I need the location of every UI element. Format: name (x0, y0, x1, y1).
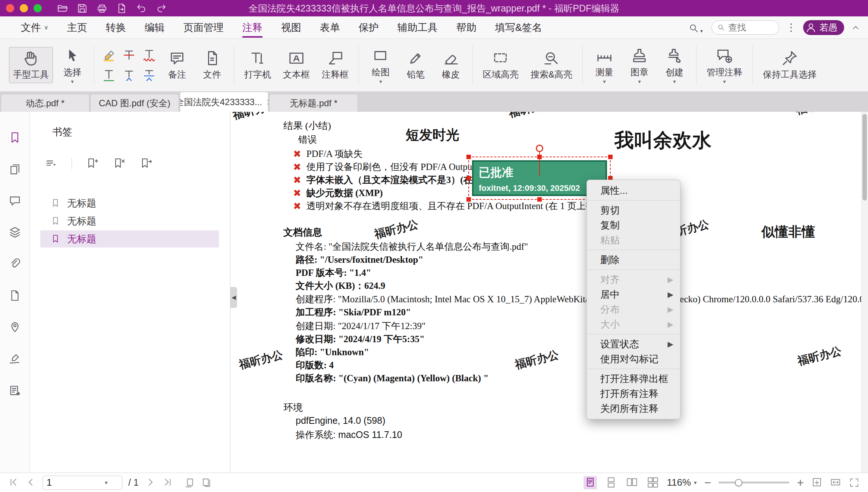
measure-button[interactable]: 测量 ▾ (589, 45, 620, 86)
replace-text-tool-button[interactable] (142, 68, 156, 82)
menu-view[interactable]: 视图 (281, 16, 301, 38)
doc-tab-4[interactable]: 无标题.pdf * (269, 94, 358, 112)
fields-panel-icon[interactable] (9, 385, 21, 397)
zoom-slider[interactable] (718, 482, 789, 483)
context-item-center[interactable]: 居中▶ (587, 287, 680, 302)
context-item-close-all-notes[interactable]: 关闭所有注释 (587, 401, 680, 416)
user-account-button[interactable]: 若愚 (803, 20, 844, 35)
manage-comments-button[interactable]: 管理注释 ▾ (702, 45, 746, 86)
open-file-icon[interactable] (57, 3, 68, 14)
comments-panel-icon[interactable] (9, 195, 21, 207)
menu-fill-sign[interactable]: 填写&签名 (495, 16, 542, 38)
doc-tab-3-active[interactable]: 全国法院失4233333...× (180, 92, 268, 112)
next-page-icon[interactable] (145, 477, 156, 488)
eraser-button[interactable]: 橡皮 (435, 47, 466, 83)
strikeout-tool-button[interactable] (122, 48, 136, 62)
zoom-slider-thumb[interactable] (735, 479, 742, 486)
resize-handle-bottom-center[interactable] (537, 197, 542, 202)
zoom-level-dropdown[interactable]: 116% ▾ (667, 477, 697, 488)
delete-bookmark-icon[interactable] (113, 157, 126, 170)
rotation-handle-icon[interactable] (536, 145, 543, 152)
two-page-continuous-view-icon[interactable] (646, 476, 660, 489)
context-item-copy[interactable]: 复制 (587, 218, 680, 233)
context-item-checkmark[interactable]: 使用对勾标记 (587, 351, 680, 366)
previous-page-icon[interactable] (25, 477, 37, 488)
bookmarks-panel-icon[interactable] (9, 131, 21, 144)
resize-handle-top-right[interactable] (608, 155, 613, 159)
minimize-window-button[interactable] (20, 4, 28, 12)
context-item-open-all-notes[interactable]: 打开所有注释 (587, 386, 680, 401)
attach-file-button[interactable]: 文件 (196, 47, 228, 83)
pencil-button[interactable]: 铅笔 (400, 47, 431, 83)
redo-icon[interactable] (155, 3, 167, 14)
attachments-panel-icon[interactable] (9, 257, 21, 270)
bookmark-item-1[interactable]: 无标题 (40, 195, 219, 212)
search-highlight-button[interactable]: 搜索&高亮 (526, 47, 576, 83)
bookmark-options-menu-icon[interactable] (45, 157, 57, 170)
textbox-button[interactable]: 文本框 (279, 47, 314, 83)
locate-bookmark-icon[interactable] (140, 157, 152, 170)
context-item-cut[interactable]: 剪切 (587, 203, 680, 218)
close-window-button[interactable] (6, 4, 14, 12)
last-page-icon[interactable] (162, 477, 173, 488)
callout-button[interactable]: 注释框 (318, 47, 353, 83)
fullscreen-icon[interactable] (849, 477, 860, 488)
export-icon[interactable] (116, 3, 128, 14)
insert-text-tool-button[interactable] (122, 68, 136, 82)
note-button[interactable]: 备注 (161, 47, 193, 83)
find-box[interactable] (711, 20, 779, 35)
fit-page-icon[interactable] (811, 477, 823, 488)
area-highlight-button[interactable]: 区域高亮 (479, 47, 523, 83)
locations-panel-icon[interactable] (9, 321, 21, 333)
save-icon[interactable] (76, 3, 88, 14)
single-page-view-icon[interactable] (584, 476, 597, 489)
fit-width-icon[interactable] (830, 477, 841, 488)
menu-protect[interactable]: 保护 (359, 16, 379, 38)
bookmark-item-3-selected[interactable]: 无标题 (40, 230, 219, 247)
squiggly-tool-button[interactable] (142, 48, 156, 62)
drawing-button[interactable]: 绘图 ▾ (365, 45, 396, 86)
two-page-view-icon[interactable] (625, 476, 639, 489)
more-options-icon[interactable]: ⋮ (786, 22, 796, 33)
menu-home[interactable]: 主页 (67, 16, 87, 38)
close-tab-icon[interactable]: × (267, 97, 268, 108)
scrollbar-thumb[interactable] (862, 114, 867, 201)
resize-handle-mid-left[interactable] (466, 176, 471, 180)
menu-help[interactable]: 帮助 (456, 16, 477, 38)
undo-icon[interactable] (136, 3, 147, 14)
bookmark-item-2[interactable]: 无标题 (40, 212, 219, 230)
continuous-view-icon[interactable] (604, 476, 618, 489)
vertical-scrollbar[interactable] (861, 112, 868, 473)
caret-down-icon[interactable]: ▾ (105, 479, 108, 486)
collapse-panel-handle[interactable]: ◀ (230, 287, 237, 308)
menu-convert[interactable]: 转换 (106, 16, 126, 38)
add-bookmark-icon[interactable] (86, 157, 99, 170)
zoom-out-icon[interactable]: − (704, 477, 711, 489)
page-thumbnails-panel-icon[interactable] (9, 163, 21, 176)
menu-file[interactable]: 文件∨ (21, 16, 48, 38)
keep-tool-selected-button[interactable]: 保持工具选择 (759, 47, 821, 83)
advanced-search-icon[interactable]: ▾ (688, 21, 705, 34)
typewriter-button[interactable]: 打字机 (240, 47, 275, 83)
previous-view-icon[interactable] (184, 477, 195, 488)
create-stamp-button[interactable]: 创建 ▾ (659, 45, 690, 86)
context-item-properties[interactable]: 属性... (587, 183, 680, 198)
doc-tab-1[interactable]: 动态.pdf * (1, 94, 89, 112)
menu-edit[interactable]: 编辑 (145, 16, 165, 38)
menu-form[interactable]: 表单 (320, 16, 340, 38)
fullscreen-window-button[interactable] (34, 4, 42, 12)
stamp-button[interactable]: 图章 ▾ (624, 45, 655, 86)
collapse-ribbon-icon[interactable] (851, 23, 861, 32)
destinations-panel-icon[interactable] (9, 289, 21, 302)
page-number-box[interactable]: ▾ (43, 476, 122, 490)
doc-tab-2[interactable]: CAD 图.pdf (安全) (90, 94, 179, 112)
context-item-delete[interactable]: 删除 (587, 252, 680, 267)
page-number-input[interactable] (47, 477, 103, 488)
document-page[interactable]: 福昕办公 福昕办公 福昕办公 福昕办公 福昕办公 福昕办公 福昕办公 福昕办公 … (230, 112, 868, 473)
underline-tool-button[interactable] (102, 68, 116, 82)
next-view-icon[interactable] (201, 477, 213, 488)
context-item-open-popup[interactable]: 打开注释弹出框 (587, 371, 680, 386)
signature-panel-icon[interactable] (9, 353, 21, 365)
hand-tool-button[interactable]: 手型工具 (9, 47, 53, 83)
find-input[interactable] (728, 22, 769, 33)
